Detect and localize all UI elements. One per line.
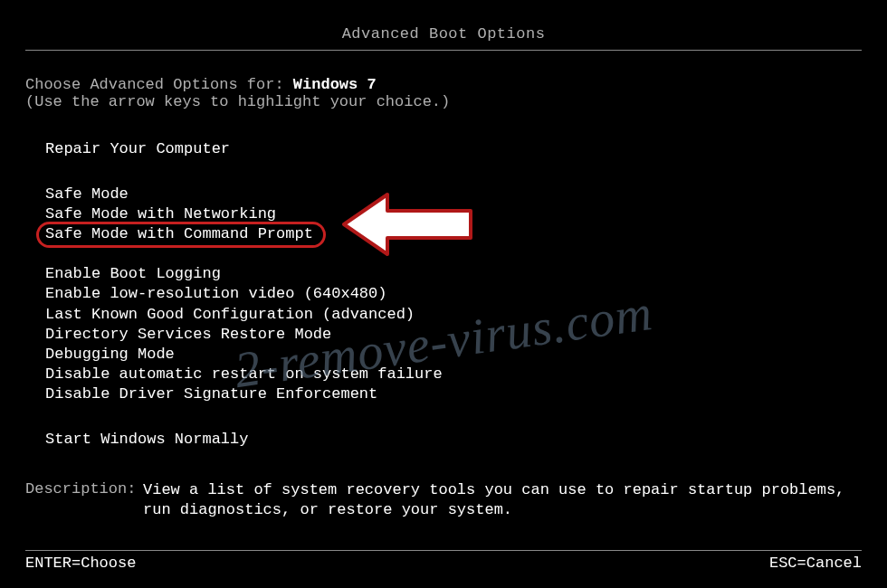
menu-item-disable-driver-signature[interactable]: Disable Driver Signature Enforcement — [45, 384, 377, 404]
menu-item-last-known-good[interactable]: Last Known Good Configuration (advanced) — [45, 305, 415, 325]
menu-item-start-normally[interactable]: Start Windows Normally — [45, 430, 248, 450]
intro-prefix: Choose Advanced Options for: — [25, 76, 293, 93]
menu-item-repair[interactable]: Repair Your Computer — [45, 139, 230, 159]
menu-group-repair: Repair Your Computer — [45, 139, 862, 159]
hint-text: (Use the arrow keys to highlight your ch… — [25, 93, 862, 110]
menu-item-directory-services-restore[interactable]: Directory Services Restore Mode — [45, 325, 331, 345]
divider-bottom — [25, 550, 862, 551]
footer-esc: ESC=Cancel — [769, 555, 862, 572]
os-name: Windows 7 — [293, 76, 377, 93]
menu-group-normal: Start Windows Normally — [45, 430, 862, 450]
menu-item-safe-mode-command-prompt[interactable]: Safe Mode with Command Prompt — [45, 224, 313, 244]
menu-item-safe-mode[interactable]: Safe Mode — [45, 185, 129, 204]
menu-item-safe-mode-networking[interactable]: Safe Mode with Networking — [45, 204, 276, 224]
menu-group-advanced: Enable Boot Logging Enable low-resolutio… — [45, 264, 862, 404]
menu-group-safe: Safe Mode Safe Mode with Networking Safe… — [45, 185, 862, 244]
description-label: Description: — [25, 480, 143, 520]
footer-enter: ENTER=Choose — [25, 555, 136, 572]
menu-item-debugging-mode[interactable]: Debugging Mode — [45, 345, 175, 365]
menu-item-boot-logging[interactable]: Enable Boot Logging — [45, 264, 221, 284]
intro-text: Choose Advanced Options for: Windows 7 — [25, 76, 862, 93]
description-section: Description: View a list of system recov… — [0, 480, 887, 520]
description-text: View a list of system recovery tools you… — [143, 480, 862, 520]
page-title: Advanced Boot Options — [0, 0, 887, 50]
menu-item-low-res-video[interactable]: Enable low-resolution video (640x480) — [45, 284, 386, 304]
menu-item-disable-auto-restart[interactable]: Disable automatic restart on system fail… — [45, 365, 443, 384]
